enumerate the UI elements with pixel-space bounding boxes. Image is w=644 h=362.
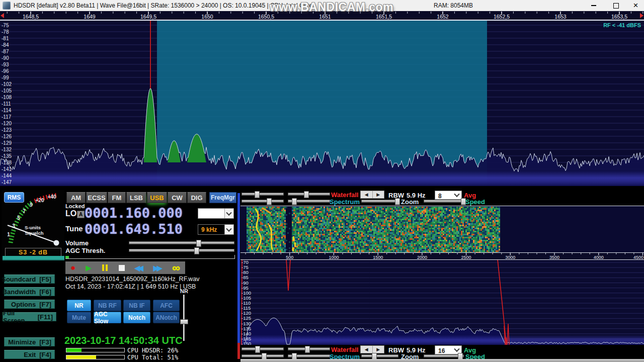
af-waterfall-display[interactable] <box>240 206 644 253</box>
minimize-app-button[interactable]: Minimize[F3] <box>4 337 55 346</box>
waterfall-label: Waterfall <box>331 346 358 353</box>
avg-dropdown[interactable]: 8 <box>435 191 462 200</box>
mode-button-lsb[interactable]: LSB <box>126 192 146 203</box>
options-button[interactable]: Options[F7] <box>4 300 55 309</box>
spectrum-offset-slider[interactable] <box>288 354 330 357</box>
mode-button-cw[interactable]: CW <box>168 192 187 203</box>
chevron-down-icon <box>224 225 233 234</box>
pause-button[interactable] <box>102 264 109 271</box>
stop-button[interactable] <box>119 265 125 271</box>
notch-button[interactable]: Notch <box>123 312 150 323</box>
nr-button[interactable]: NR <box>67 300 91 311</box>
svg-text:-90: -90 <box>2 55 9 61</box>
volume-slider[interactable] <box>129 241 234 244</box>
nr-slider-thumb[interactable] <box>180 319 188 324</box>
svg-text:-114: -114 <box>2 108 12 113</box>
spectrum-offset-slider[interactable] <box>288 200 330 203</box>
waterfall-contrast-slider[interactable] <box>288 193 330 196</box>
right-arrow-icon[interactable]: ▶ <box>373 346 384 353</box>
af-spectrum-display[interactable]: -70-75-80-85-90-95-100-105-110-115-120-1… <box>240 259 644 345</box>
minimize-button[interactable] <box>582 0 605 11</box>
mode-button-ecss[interactable]: ECSS <box>86 192 107 203</box>
rewind-button[interactable]: ◀◀ <box>134 264 143 272</box>
rf-spectrum-display[interactable]: -75-78-81-84-87-90-93-96-99-102-105-108-… <box>0 20 644 186</box>
anotch-button[interactable]: ANotch <box>153 312 180 323</box>
panel-splitter[interactable] <box>237 193 240 343</box>
mode-button-fm[interactable]: FM <box>108 192 126 203</box>
fast-forward-button[interactable]: ▶▶ <box>153 264 163 272</box>
agc-threshold-label: AGC Thresh. <box>65 247 105 254</box>
mode-button-usb[interactable]: USB <box>147 192 167 203</box>
soundcard-button[interactable]: Soundcard[F5] <box>4 275 55 284</box>
chevron-down-icon <box>224 209 233 218</box>
left-arrow-icon[interactable]: ◀ <box>361 346 373 353</box>
frequency-scale[interactable]: 1648,516491649,516501650,516511651,51652… <box>0 11 644 20</box>
tune-frequency-display[interactable]: 0001.649.510 <box>85 221 183 237</box>
nb-rf-button[interactable]: NB RF <box>94 300 121 311</box>
svg-text:+40: +40 <box>48 194 56 200</box>
svg-text:1000: 1000 <box>329 255 339 259</box>
svg-text:3000: 3000 <box>505 255 515 259</box>
svg-text:-78: -78 <box>2 29 9 35</box>
speed-label: Speed <box>465 198 485 206</box>
svg-text:-96: -96 <box>2 68 9 74</box>
spectrum-label: Spectrum <box>330 198 360 206</box>
control-section: 13579+20+40S-unitsSquelch RMS S3 -2 dB A… <box>0 186 644 362</box>
horizontal-scrollbar[interactable] <box>240 359 644 362</box>
hdsdr-window: HDSDR [default] v2.80 Beta11 | Wave File… <box>0 0 644 362</box>
waterfall-brightness-slider[interactable] <box>242 347 284 350</box>
zoom-slider[interactable] <box>361 200 398 203</box>
spectrum-range-slider[interactable] <box>242 200 284 203</box>
waterfall-contrast-slider[interactable] <box>288 347 330 350</box>
bandwidth-button[interactable]: Bandwidth[F6] <box>4 287 55 296</box>
lo-frequency-display[interactable]: 0001.160.000 <box>85 205 183 221</box>
lo-sync-badge[interactable]: A <box>77 211 85 218</box>
af-spectrum-controls: Waterfall ◀ ▶ RBW 5.9 Hz 16 Avg Spectrum… <box>240 345 644 360</box>
svg-text:-150: -150 <box>242 341 251 345</box>
waterfall-shift-buttons[interactable]: ◀ ▶ <box>360 191 384 199</box>
maximize-button[interactable] <box>605 0 627 11</box>
record-button[interactable]: ● <box>70 263 75 272</box>
nb-if-button[interactable]: NB IF <box>123 300 150 311</box>
loop-button[interactable]: ∞ <box>172 262 180 274</box>
nr-slider[interactable] <box>183 295 185 341</box>
fullscreen-button[interactable]: Full Screen[F11] <box>3 312 56 321</box>
waterfall-shift-buttons[interactable]: ◀ ▶ <box>360 345 384 353</box>
right-arrow-icon[interactable]: ▶ <box>373 191 384 198</box>
volume-label: Volume <box>65 239 89 247</box>
left-arrow-icon[interactable]: ◀ <box>361 191 373 198</box>
svg-text:-126: -126 <box>2 134 12 139</box>
tune-step-dropdown[interactable]: 9 kHz <box>198 224 234 235</box>
close-button[interactable]: × <box>627 0 644 11</box>
exit-button[interactable]: Exit[F4] <box>4 350 55 359</box>
mode-button-dig[interactable]: DIG <box>187 192 206 203</box>
afc-button[interactable]: AFC <box>153 300 180 311</box>
lo-step-dropdown[interactable] <box>198 208 234 219</box>
svg-text:1651: 1651 <box>319 14 331 20</box>
waterfall-brightness-slider[interactable] <box>242 193 284 196</box>
agc-threshold-slider[interactable] <box>129 249 234 252</box>
mute-button[interactable]: Mute <box>67 312 91 323</box>
freqmgr-button[interactable]: FreqMgr <box>209 192 236 203</box>
svg-text:-147: -147 <box>2 179 12 185</box>
svg-text:-111: -111 <box>2 101 11 107</box>
app-icon <box>3 2 11 10</box>
svg-text:4500: 4500 <box>633 255 643 259</box>
agc-slow-button[interactable]: AGC Slow <box>94 312 121 323</box>
svg-text:-138: -138 <box>2 160 12 165</box>
svg-text:-123: -123 <box>2 127 12 133</box>
mode-button-am[interactable]: AM <box>66 192 86 203</box>
af-frequency-axis: 50010001500200025003000350040004500 <box>240 252 644 259</box>
spectrum-range-slider[interactable] <box>242 354 284 357</box>
squelch-bar[interactable] <box>3 256 64 260</box>
zoom-slider[interactable] <box>361 354 398 357</box>
waterfall-label: Waterfall <box>331 191 358 199</box>
playback-progress[interactable] <box>65 255 235 259</box>
svg-text:1649,5: 1649,5 <box>140 14 156 20</box>
svg-text:1652: 1652 <box>437 14 449 20</box>
speed-slider[interactable] <box>424 354 464 357</box>
play-button[interactable]: ▶ <box>86 264 92 272</box>
svg-text:-117: -117 <box>2 114 12 120</box>
rms-button[interactable]: RMS <box>4 192 24 203</box>
speed-slider[interactable] <box>424 200 464 203</box>
